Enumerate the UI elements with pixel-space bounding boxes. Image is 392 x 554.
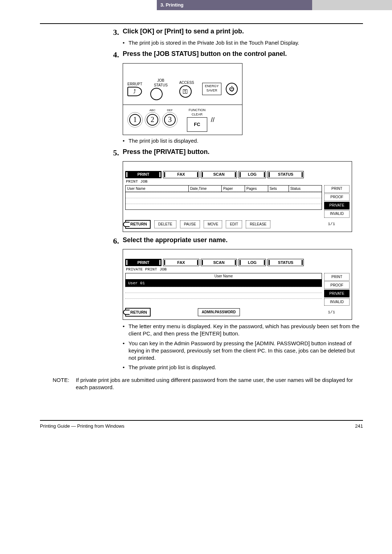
- step6-b3: The private print job list is displayed.: [128, 364, 363, 371]
- fc-slashes: //: [209, 115, 215, 124]
- header-light-strip: [312, 0, 392, 10]
- tab-print[interactable]: PRINT: [125, 259, 162, 266]
- return-button[interactable]: RETURN: [125, 220, 151, 229]
- col-status: Status: [289, 186, 322, 192]
- step6-b1: The letter entry menu is displayed. Key …: [128, 323, 363, 338]
- power-icon: ⏻: [229, 85, 234, 93]
- bullet-dot: •: [123, 340, 125, 362]
- table-row: [126, 204, 322, 209]
- lcd-print-job: PRINT FAX SCAN LOG STATUS PRINT JOB User…: [123, 161, 352, 232]
- tab-fax[interactable]: FAX: [163, 171, 199, 178]
- bullet-dot: •: [123, 323, 125, 338]
- col-user: User Name: [125, 273, 322, 280]
- step6-num: 6.: [109, 236, 119, 247]
- release-button[interactable]: RELEASE: [246, 220, 270, 228]
- step3-bullet: The print job is stored in the Private J…: [128, 39, 363, 46]
- access-label: ACCESS: [179, 80, 194, 85]
- page-indicator: 1/1: [328, 221, 335, 227]
- side-private[interactable]: PRIVATE: [324, 290, 350, 297]
- list-item: [125, 287, 322, 293]
- key-3[interactable]: DEF3: [162, 112, 177, 127]
- tab-fax[interactable]: FAX: [163, 259, 199, 266]
- table-row: [126, 192, 322, 198]
- tab-log[interactable]: LOG: [238, 259, 266, 266]
- energy-l1: ENERGY: [203, 84, 221, 88]
- footer-left: Printing Guide — Printing from Windows: [40, 423, 124, 429]
- key-2[interactable]: ABC2: [145, 112, 160, 127]
- print-job-table: User Name Date,Time Paper Pages Sets Sta…: [125, 185, 322, 210]
- step3-num: 3.: [109, 27, 119, 38]
- tab-status[interactable]: STATUS: [268, 259, 304, 266]
- top-rule: [40, 23, 363, 24]
- side-invalid[interactable]: INVALID: [324, 210, 350, 218]
- step3-title: Click [OK] or [Print] to send a print jo…: [123, 27, 244, 36]
- key-1[interactable]: 1: [127, 112, 143, 127]
- side-invalid[interactable]: INVALID: [324, 298, 350, 306]
- side-print[interactable]: PRINT: [324, 185, 350, 193]
- header-bar: 3. Printing: [157, 0, 392, 10]
- move-button[interactable]: MOVE: [204, 220, 222, 228]
- step4-num: 4.: [109, 49, 119, 60]
- bullet-dot: •: [123, 39, 125, 46]
- key-icon: ⚿: [183, 88, 188, 95]
- step5-title: Press the [PRIVATE] button.: [123, 147, 209, 156]
- interrupt-button[interactable]: ⤴: [127, 87, 142, 96]
- access-button[interactable]: ⚿: [179, 85, 192, 98]
- footer: Printing Guide — Printing from Windows 2…: [40, 420, 363, 429]
- lcd-private-job: PRINT FAX SCAN LOG STATUS PRIVATE PRINT …: [123, 249, 352, 320]
- fc-top-label: FUNCTION CLEAR: [187, 108, 207, 117]
- energy-saver-circle[interactable]: ⏻: [226, 83, 238, 95]
- bullet-dot: •: [123, 137, 125, 144]
- job-status-button[interactable]: [150, 88, 163, 100]
- col-dt: Date,Time: [189, 186, 222, 192]
- tab-status[interactable]: STATUS: [268, 171, 304, 178]
- list-item: [125, 293, 322, 298]
- energy-l2: SAVER: [203, 88, 221, 93]
- note-label: NOTE:: [53, 376, 69, 391]
- bullet-dot: •: [123, 364, 125, 371]
- control-panel-figure: ERRUPT ⤴ JOB STATUS ACCESS ⚿ ENERGY SAVE…: [123, 63, 242, 135]
- edit-button[interactable]: EDIT: [226, 220, 242, 228]
- side-proof[interactable]: PROOF: [324, 281, 350, 289]
- step6-title: Select the appropriate user name.: [123, 236, 228, 244]
- step5-num: 5.: [109, 147, 119, 158]
- tab-scan[interactable]: SCAN: [201, 259, 237, 266]
- col-user: User Name: [126, 186, 189, 192]
- table-row: [126, 198, 322, 204]
- step4-title: Press the [JOB STATUS] button on the con…: [123, 49, 287, 58]
- tab-print[interactable]: PRINT: [125, 171, 162, 178]
- side-proof[interactable]: PROOF: [324, 194, 350, 201]
- pause-button[interactable]: PAUSE: [180, 220, 200, 228]
- col-sets: Sets: [268, 186, 289, 192]
- delete-button[interactable]: DELETE: [154, 220, 176, 228]
- page-indicator: 1/1: [328, 310, 335, 315]
- lcd-subtitle: PRINT JOB: [126, 179, 350, 184]
- side-print[interactable]: PRINT: [324, 273, 350, 281]
- col-paper: Paper: [222, 186, 245, 192]
- tab-log[interactable]: LOG: [238, 171, 266, 178]
- energy-saver-button[interactable]: ENERGY SAVER: [202, 83, 222, 95]
- note-body: If private print jobs are submitted usin…: [76, 376, 363, 391]
- tab-scan[interactable]: SCAN: [201, 171, 237, 178]
- jobstatus-label: JOB STATUS: [150, 78, 171, 88]
- lcd-subtitle: PRIVATE PRINT JOB: [126, 267, 350, 272]
- footer-right: 241: [355, 423, 363, 429]
- list-item: [125, 298, 322, 304]
- section-label: 3. Printing: [160, 2, 184, 8]
- return-button[interactable]: RETURN: [125, 308, 151, 317]
- step6-b2: You can key in the Admin Password by pre…: [128, 340, 363, 362]
- function-clear-button[interactable]: FC: [187, 117, 207, 132]
- user-row-selected[interactable]: User 01: [125, 280, 322, 287]
- col-pages: Pages: [245, 186, 268, 192]
- side-private[interactable]: PRIVATE: [324, 202, 350, 209]
- admin-password-button[interactable]: ADMIN.PASSWORD: [198, 308, 240, 316]
- step4-bullet: The print job list is displayed.: [128, 137, 363, 144]
- errupt-label: ERRUPT: [127, 82, 142, 87]
